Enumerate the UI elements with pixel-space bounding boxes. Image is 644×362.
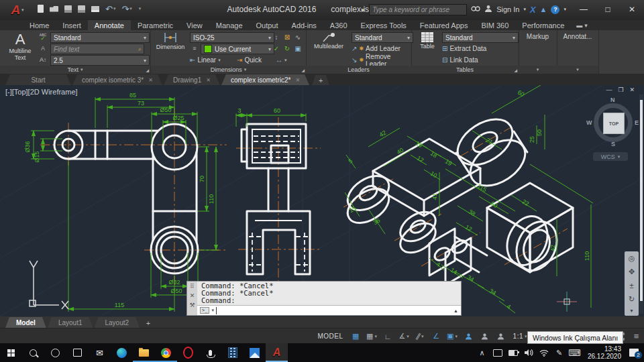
cortana-button[interactable] [44, 343, 66, 362]
tab-complex-isometric-3[interactable]: complex isometric 3*✕ [72, 74, 162, 85]
undo-button[interactable]: ↶▾ [105, 4, 115, 13]
chevron-down-icon[interactable]: ▾ [523, 7, 526, 12]
command-input[interactable]: >_ ▾ ▲ [197, 305, 461, 315]
dim-jog-icon[interactable]: ∿ [293, 32, 303, 42]
spell-check-icon[interactable]: ABC✓ [38, 32, 48, 42]
customize-icon[interactable]: ⚒ [189, 302, 195, 308]
command-window[interactable]: ⠿ ✕ ⚒ Command: *Cancel* Command: *Cancel… [186, 281, 462, 316]
dialog-launcher-icon[interactable]: ◢ [146, 68, 149, 72]
dim-adjust-space-icon[interactable]: ⊠ [282, 32, 292, 42]
annotation-scale-sync[interactable] [493, 330, 508, 343]
calculator-button[interactable] [221, 343, 244, 362]
tab-insert[interactable]: Insert [56, 20, 88, 30]
tab-layout2[interactable]: Layout2 [94, 317, 140, 328]
mail-button[interactable]: ✉ [89, 343, 111, 362]
panel-title-dimensions[interactable]: Dimensions▾ [151, 66, 306, 74]
view-cube[interactable]: N W S E TOP [589, 99, 637, 147]
scrollbar-thumb[interactable] [640, 100, 643, 301]
tab-view[interactable]: View [180, 20, 209, 30]
isometric-drafting-toggle[interactable]: ∥▾ [413, 330, 428, 343]
dim-break-icon[interactable]: ↕ [272, 32, 281, 42]
tablet-mode-icon[interactable] [490, 343, 505, 362]
tab-manage[interactable]: Manage [209, 20, 250, 30]
viewcube-south[interactable]: S [611, 141, 615, 147]
pan-icon[interactable]: ✥ [629, 267, 635, 276]
autoscale-toggle[interactable] [477, 330, 492, 343]
multileader-button[interactable]: Multileader [309, 32, 349, 50]
search-magnifier-icon[interactable]: ⌕ [138, 46, 144, 53]
find-text-input[interactable] [51, 46, 138, 53]
panel-title-leaders[interactable]: Leaders [306, 66, 411, 74]
snap-mode-toggle[interactable]: ▦▾ [364, 330, 380, 343]
taskbar-clock[interactable]: 13:43 26.12.2020 [582, 345, 624, 360]
photos-button[interactable] [244, 343, 266, 362]
panel-markup[interactable]: Markup ▾ [519, 30, 557, 74]
a360-icon[interactable]: ▲ [540, 5, 547, 13]
model-space-toggle[interactable]: MODEL [314, 330, 347, 343]
start-button[interactable] [0, 343, 22, 362]
tab-drawing1[interactable]: Drawing1✕ [164, 74, 220, 85]
vp-restore-icon[interactable]: ❐ [618, 86, 623, 93]
dim-layer-dropdown[interactable]: Use Current▾ [201, 44, 274, 54]
tab-featured-apps[interactable]: Featured Apps [413, 20, 475, 30]
panel-annotation-scaling[interactable]: Annotat... ▾ [557, 30, 599, 74]
tab-start[interactable]: Start [5, 74, 71, 85]
chrome-button[interactable] [155, 343, 177, 362]
close-icon[interactable]: ✕ [148, 77, 153, 83]
vp-minimize-icon[interactable]: — [606, 86, 612, 93]
multiline-text-button[interactable]: A Multiline Text [4, 32, 36, 61]
application-menu-button[interactable]: A ▾ [3, 1, 32, 19]
action-center-button[interactable]: 2 [624, 343, 644, 362]
save-as-button[interactable] [78, 4, 85, 13]
object-snap-toggle[interactable]: ▣▾ [445, 330, 460, 343]
help-icon[interactable]: ? [551, 5, 559, 14]
steering-wheel-icon[interactable]: ◎ [629, 254, 635, 263]
new-layout-button[interactable]: + [141, 318, 156, 328]
panel-title-text[interactable]: Text▾ [0, 66, 150, 74]
tab-layout1[interactable]: Layout1 [48, 317, 93, 328]
close-icon[interactable]: ✕ [295, 77, 300, 83]
customize-qat-button[interactable]: ▾ [138, 4, 142, 13]
file-explorer-button[interactable] [133, 343, 155, 362]
history-up-icon[interactable]: ▲ [453, 308, 458, 313]
text-style-dropdown[interactable]: Standard▾ [50, 32, 150, 43]
tab-performance[interactable]: Performance [515, 20, 571, 30]
tray-expand-button[interactable]: ∧ [474, 343, 490, 362]
link-data-button[interactable]: ⊟ Link Data [442, 55, 478, 65]
open-file-button[interactable] [50, 4, 58, 13]
viewcube-north[interactable]: N [610, 97, 615, 103]
volume-icon[interactable] [521, 343, 536, 362]
tab-express-tools[interactable]: Express Tools [354, 20, 413, 30]
tab-annotate[interactable]: Annotate [88, 20, 131, 30]
wifi-icon[interactable] [536, 343, 551, 362]
tab-complex-isometric2[interactable]: complex isometric2*✕ [221, 74, 309, 85]
polar-tracking-toggle[interactable]: ∡▾ [396, 330, 412, 343]
panel-title-annotation[interactable]: ▾ [557, 66, 598, 74]
dialog-launcher-icon[interactable]: ◢ [301, 68, 305, 72]
orbit-icon[interactable]: ↻ [629, 295, 635, 304]
ribbon-display-toggle[interactable]: ▬▾ [571, 20, 593, 30]
annotation-monitor-toggle[interactable]: ∠ [429, 330, 444, 343]
exchange-apps-icon[interactable]: X [530, 5, 536, 15]
help-search-input[interactable] [369, 4, 467, 15]
taskbar-search-button[interactable] [22, 343, 44, 362]
search-go-icon[interactable]: ▸ [362, 5, 366, 14]
battery-status-icon[interactable] [505, 343, 521, 362]
table-button[interactable]: Table [415, 32, 439, 50]
customization-menu-button[interactable]: ≡ [629, 330, 644, 343]
redo-button[interactable]: ↷▾ [121, 4, 131, 13]
viewport-label[interactable]: [-][Top][2D Wireframe] [5, 88, 78, 96]
voice-recorder-button[interactable] [199, 343, 221, 362]
viewcube-east[interactable]: E [635, 119, 639, 126]
dim-check-icon[interactable]: ✓ [272, 44, 281, 53]
wcs-dropdown[interactable]: WCS ▾ [593, 152, 628, 161]
close-button[interactable]: ✕ [620, 0, 644, 18]
chevron-down-icon[interactable]: ▾ [211, 308, 214, 313]
dim-style-dropdown[interactable]: ISO-25▾ [190, 32, 274, 43]
autocad-taskbar-button[interactable]: A [266, 343, 288, 362]
windows-ink-tray-icon[interactable]: ✎ [551, 343, 567, 362]
command-window-grip[interactable]: ⠿ ✕ ⚒ [187, 282, 197, 315]
close-icon[interactable]: ✕ [206, 77, 211, 83]
vp-close-icon[interactable]: ✕ [629, 86, 635, 93]
nav-more-icon[interactable]: ▼ [629, 308, 634, 313]
